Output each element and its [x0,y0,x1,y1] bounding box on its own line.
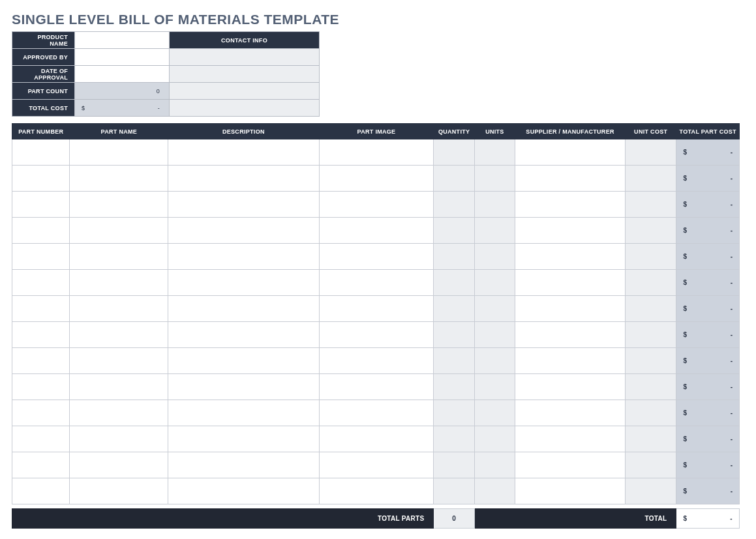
cell-supplier[interactable] [515,426,626,452]
cell-description[interactable] [168,374,319,400]
cell-units[interactable] [474,478,515,504]
cell-unit-cost[interactable] [626,374,676,400]
cell-unit-cost[interactable] [626,348,676,374]
value-contact-2[interactable] [170,66,320,83]
cell-quantity[interactable] [434,478,474,504]
cell-description[interactable] [168,192,319,218]
cell-unit-cost[interactable] [626,218,676,244]
cell-supplier[interactable] [515,400,626,426]
cell-part-number[interactable] [12,166,70,192]
cell-units[interactable] [474,166,515,192]
cell-description[interactable] [168,452,319,478]
cell-part-name[interactable] [70,452,168,478]
cell-unit-cost[interactable] [626,270,676,296]
cell-part-number[interactable] [12,348,70,374]
cell-units[interactable] [474,192,515,218]
cell-quantity[interactable] [434,270,474,296]
value-contact-3[interactable] [170,83,320,100]
cell-description[interactable] [168,244,319,270]
cell-part-image[interactable] [319,270,434,296]
cell-part-name[interactable] [70,244,168,270]
cell-units[interactable] [474,400,515,426]
cell-units[interactable] [474,139,515,166]
cell-quantity[interactable] [434,374,474,400]
cell-part-image[interactable] [319,322,434,348]
cell-quantity[interactable] [434,348,474,374]
cell-units[interactable] [474,244,515,270]
cell-part-name[interactable] [70,374,168,400]
cell-part-image[interactable] [319,374,434,400]
cell-part-image[interactable] [319,166,434,192]
cell-part-number[interactable] [12,139,70,166]
cell-units[interactable] [474,452,515,478]
cell-description[interactable] [168,348,319,374]
cell-description[interactable] [168,139,319,166]
value-contact-4[interactable] [170,100,320,117]
cell-part-image[interactable] [319,192,434,218]
value-product-name[interactable] [75,32,170,49]
cell-quantity[interactable] [434,139,474,166]
cell-supplier[interactable] [515,166,626,192]
cell-part-image[interactable] [319,218,434,244]
cell-part-image[interactable] [319,426,434,452]
cell-part-number[interactable] [12,374,70,400]
cell-description[interactable] [168,478,319,504]
cell-description[interactable] [168,322,319,348]
cell-unit-cost[interactable] [626,400,676,426]
cell-quantity[interactable] [434,322,474,348]
cell-unit-cost[interactable] [626,296,676,322]
cell-supplier[interactable] [515,296,626,322]
cell-quantity[interactable] [434,244,474,270]
cell-quantity[interactable] [434,400,474,426]
cell-supplier[interactable] [515,348,626,374]
cell-part-number[interactable] [12,452,70,478]
cell-unit-cost[interactable] [626,452,676,478]
cell-part-image[interactable] [319,452,434,478]
cell-part-number[interactable] [12,296,70,322]
cell-units[interactable] [474,296,515,322]
cell-quantity[interactable] [434,426,474,452]
value-approved-by[interactable] [75,49,170,66]
cell-part-name[interactable] [70,192,168,218]
cell-part-name[interactable] [70,296,168,322]
cell-supplier[interactable] [515,218,626,244]
cell-units[interactable] [474,322,515,348]
cell-supplier[interactable] [515,192,626,218]
cell-unit-cost[interactable] [626,426,676,452]
cell-quantity[interactable] [434,166,474,192]
cell-supplier[interactable] [515,478,626,504]
cell-part-name[interactable] [70,270,168,296]
cell-part-image[interactable] [319,244,434,270]
cell-part-name[interactable] [70,322,168,348]
cell-quantity[interactable] [434,296,474,322]
cell-part-number[interactable] [12,478,70,504]
cell-part-image[interactable] [319,478,434,504]
cell-description[interactable] [168,270,319,296]
value-date-of-approval[interactable] [75,66,170,83]
cell-unit-cost[interactable] [626,322,676,348]
cell-supplier[interactable] [515,139,626,166]
cell-quantity[interactable] [434,452,474,478]
cell-supplier[interactable] [515,452,626,478]
cell-description[interactable] [168,400,319,426]
cell-units[interactable] [474,426,515,452]
cell-part-image[interactable] [319,139,434,166]
cell-part-image[interactable] [319,296,434,322]
cell-description[interactable] [168,426,319,452]
cell-part-name[interactable] [70,426,168,452]
cell-units[interactable] [474,270,515,296]
cell-part-image[interactable] [319,400,434,426]
cell-unit-cost[interactable] [626,192,676,218]
cell-part-number[interactable] [12,192,70,218]
cell-units[interactable] [474,348,515,374]
cell-part-number[interactable] [12,270,70,296]
cell-description[interactable] [168,218,319,244]
cell-part-name[interactable] [70,478,168,504]
cell-unit-cost[interactable] [626,166,676,192]
cell-part-number[interactable] [12,244,70,270]
cell-units[interactable] [474,218,515,244]
cell-part-name[interactable] [70,348,168,374]
cell-part-name[interactable] [70,218,168,244]
cell-part-image[interactable] [319,348,434,374]
cell-part-number[interactable] [12,218,70,244]
